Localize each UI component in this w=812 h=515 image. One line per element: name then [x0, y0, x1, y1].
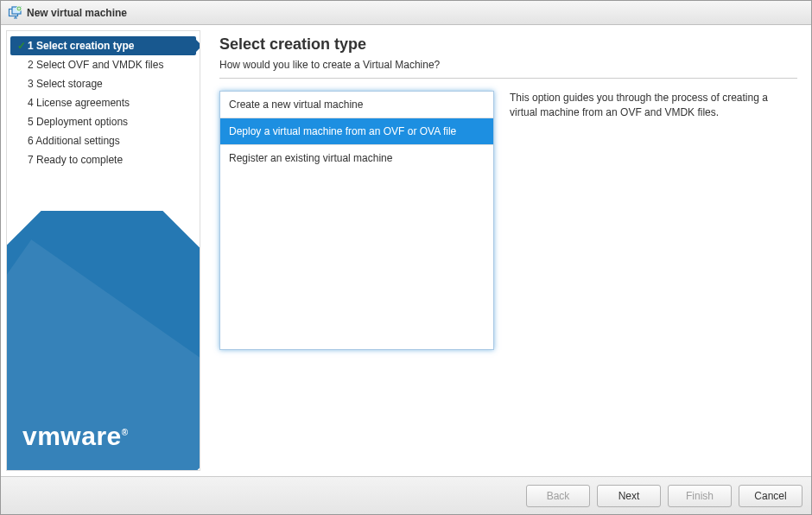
vm-icon: [8, 6, 22, 20]
wizard-main: Select creation type How would you like …: [206, 30, 806, 471]
next-button[interactable]: Next: [597, 485, 661, 507]
wizard-step-select-storage[interactable]: 3 Select storage: [10, 74, 196, 93]
option-deploy-ovf-ova[interactable]: Deploy a virtual machine from an OVF or …: [220, 118, 493, 145]
window-title: New virtual machine: [27, 7, 127, 19]
creation-type-list[interactable]: Create a new virtual machine Deploy a vi…: [219, 91, 494, 350]
option-register-existing-vm[interactable]: Register an existing virtual machine: [220, 145, 493, 171]
back-button[interactable]: Back: [526, 485, 590, 507]
wizard-step-ready[interactable]: 7 Ready to complete: [10, 150, 196, 169]
wizard-sidebar: ✓ 1 Select creation type 2 Select OVF an…: [6, 30, 200, 471]
page-title: Select creation type: [219, 35, 797, 54]
wizard-step-license[interactable]: 4 License agreements: [10, 93, 196, 112]
dialog-body: ✓ 1 Select creation type 2 Select OVF an…: [1, 25, 811, 476]
wizard-steps: ✓ 1 Select creation type 2 Select OVF an…: [7, 31, 200, 175]
option-description: This option guides you through the proce…: [510, 91, 797, 462]
wizard-step-deployment-options[interactable]: 5 Deployment options: [10, 112, 196, 131]
checkmark-icon: ✓: [16, 40, 28, 52]
wizard-footer: Back Next Finish Cancel: [1, 476, 811, 514]
title-bar: New virtual machine: [1, 1, 811, 25]
wizard-step-select-creation-type[interactable]: ✓ 1 Select creation type: [10, 36, 196, 55]
vmware-logo: vmware®: [22, 422, 129, 451]
content-row: Create a new virtual machine Deploy a vi…: [219, 91, 797, 462]
wizard-step-additional-settings[interactable]: 6 Additional settings: [10, 131, 196, 150]
finish-button[interactable]: Finish: [668, 485, 732, 507]
sidebar-decoration: vmware®: [7, 211, 200, 470]
page-subtitle: How would you like to create a Virtual M…: [219, 59, 797, 79]
wizard-dialog: New virtual machine ✓ 1 Select creation …: [0, 0, 812, 515]
wizard-step-select-ovf-vmdk[interactable]: 2 Select OVF and VMDK files: [10, 55, 196, 74]
cancel-button[interactable]: Cancel: [739, 485, 802, 507]
option-create-new-vm[interactable]: Create a new virtual machine: [220, 92, 493, 118]
